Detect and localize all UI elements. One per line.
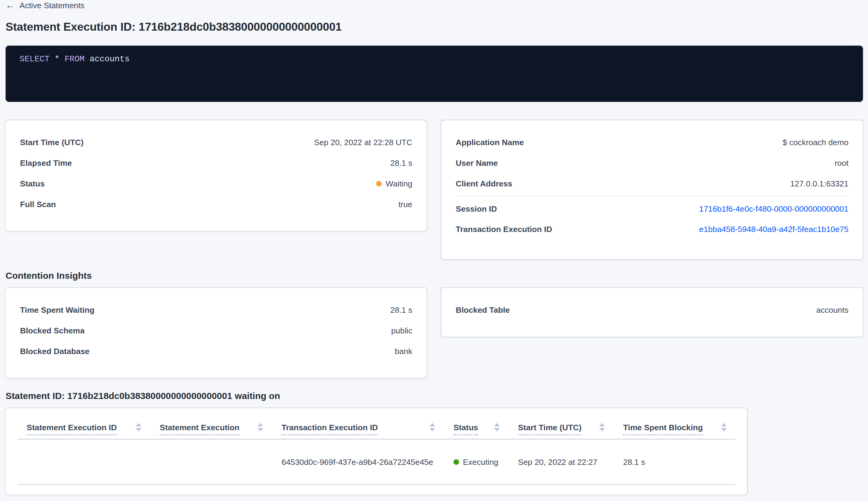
sql-statement-box: SELECT * FROM accounts bbox=[6, 45, 863, 102]
row-value: accounts bbox=[816, 306, 848, 314]
sort-arrows-icon[interactable] bbox=[721, 423, 727, 431]
back-arrow-icon: ← bbox=[6, 1, 14, 10]
contention-insights-heading: Contention Insights bbox=[6, 270, 92, 281]
sql-star: * bbox=[50, 55, 65, 64]
session-details-card: Application Name $ cockroach demo User N… bbox=[441, 120, 863, 259]
column-label: Transaction Execution ID bbox=[282, 423, 378, 431]
column-header-statement-execution[interactable]: Statement Execution bbox=[150, 408, 272, 439]
row-label: Blocked Database bbox=[20, 347, 89, 355]
column-label: Status bbox=[453, 423, 478, 431]
summary-row-client-address: Client Address 127.0.0.1:63321 bbox=[456, 173, 848, 194]
row-label: Blocked Schema bbox=[20, 326, 85, 334]
row-label: Full Scan bbox=[20, 200, 56, 208]
summary-row-blocked-table: Blocked Table accounts bbox=[456, 299, 848, 320]
row-label: Application Name bbox=[456, 138, 524, 147]
status-text: Waiting bbox=[386, 179, 412, 188]
session-id-link[interactable]: 1716b1f6-4e0c-f480-0000-000000000001 bbox=[699, 204, 849, 213]
cell-status: Executing bbox=[444, 439, 509, 484]
row-label: Status bbox=[20, 179, 45, 188]
row-value: 28.1 s bbox=[390, 159, 412, 167]
row-label: Client Address bbox=[456, 179, 512, 188]
blocked-table-card: Blocked Table accounts bbox=[441, 288, 863, 337]
column-header-status[interactable]: Status bbox=[444, 408, 509, 439]
summary-row-application-name: Application Name $ cockroach demo bbox=[456, 132, 848, 152]
summary-row-time-spent-waiting: Time Spent Waiting 28.1 s bbox=[20, 299, 412, 320]
status-text: Executing bbox=[463, 457, 498, 466]
sort-arrows-icon[interactable] bbox=[135, 423, 141, 431]
row-value: $ cockroach demo bbox=[783, 138, 849, 147]
column-header-transaction-execution-id[interactable]: Transaction Execution ID bbox=[272, 408, 444, 439]
back-link-label: Active Statements bbox=[19, 1, 84, 10]
summary-row-blocked-database: Blocked Database bank bbox=[20, 341, 412, 361]
column-header-start-time[interactable]: Start Time (UTC) bbox=[509, 408, 614, 439]
column-label: Statement Execution bbox=[160, 423, 239, 431]
sort-arrows-icon[interactable] bbox=[494, 423, 500, 431]
cell-statement-execution-id bbox=[17, 439, 150, 484]
summary-row-start-time: Start Time (UTC) Sep 20, 2022 at 22:28 U… bbox=[20, 132, 412, 152]
column-header-time-spent-blocking[interactable]: Time Spent Blocking bbox=[614, 408, 736, 439]
summary-row-status: Status Waiting bbox=[20, 173, 412, 194]
back-link-active-statements[interactable]: ← Active Statements bbox=[6, 1, 84, 10]
summary-row-user-name: User Name root bbox=[456, 152, 848, 173]
row-label: Start Time (UTC) bbox=[20, 138, 84, 147]
sort-arrows-icon[interactable] bbox=[430, 423, 435, 431]
summary-row-full-scan: Full Scan true bbox=[20, 194, 412, 214]
transaction-execution-id-link[interactable]: e1bba458-5948-40a9-a42f-5feac1b10e75 bbox=[699, 225, 849, 234]
column-label: Statement Execution ID bbox=[27, 423, 117, 431]
row-label: Blocked Table bbox=[456, 306, 510, 314]
statement-execution-page: ← Active Statements Statement Execution … bbox=[0, 0, 868, 501]
column-header-statement-execution-id[interactable]: Statement Execution ID bbox=[17, 408, 150, 439]
row-label: User Name bbox=[456, 159, 498, 167]
cell-statement-execution bbox=[150, 439, 272, 484]
table-row: 64530d0c-969f-437e-a9b4-26a72245e45e Exe… bbox=[17, 439, 736, 484]
summary-row-blocked-schema: Blocked Schema public bbox=[20, 320, 412, 341]
waiting-on-table: Statement Execution ID Statement Executi… bbox=[17, 408, 736, 485]
row-value: root bbox=[835, 159, 849, 167]
waiting-on-heading: Statement ID: 1716b218dc0b38380000000000… bbox=[6, 391, 280, 402]
row-label: Elapsed Time bbox=[20, 159, 72, 167]
sql-statement: SELECT * FROM accounts bbox=[19, 55, 130, 64]
waiting-on-table-card: Statement Execution ID Statement Executi… bbox=[6, 408, 747, 494]
row-label: Transaction Execution ID bbox=[456, 225, 552, 234]
row-value: 28.1 s bbox=[390, 306, 412, 314]
row-value: public bbox=[391, 326, 412, 334]
summary-row-elapsed-time: Elapsed Time 28.1 s bbox=[20, 152, 412, 173]
summary-row-transaction-execution-id: Transaction Execution ID e1bba458-5948-4… bbox=[456, 218, 848, 239]
row-value: 127.0.0.1:63321 bbox=[790, 179, 849, 188]
cell-time-spent-blocking: 28.1 s bbox=[614, 439, 736, 484]
row-value: bank bbox=[395, 347, 412, 355]
row-label: Time Spent Waiting bbox=[20, 306, 94, 314]
row-value: Sep 20, 2022 at 22:28 UTC bbox=[314, 138, 412, 147]
contention-waiting-card: Time Spent Waiting 28.1 s Blocked Schema… bbox=[6, 288, 427, 378]
sql-table-name: accounts bbox=[85, 55, 130, 64]
summary-row-session-id: Session ID 1716b1f6-4e0c-f480-0000-00000… bbox=[456, 198, 848, 219]
row-label: Session ID bbox=[456, 204, 497, 213]
page-title: Statement Execution ID: 1716b218dc0b3838… bbox=[6, 20, 342, 33]
column-label: Time Spent Blocking bbox=[623, 423, 703, 431]
row-value: true bbox=[399, 200, 412, 208]
sql-keyword-select: SELECT bbox=[19, 55, 50, 64]
cell-transaction-execution-id: 64530d0c-969f-437e-a9b4-26a72245e45e bbox=[272, 439, 444, 484]
status-value: Waiting bbox=[376, 179, 412, 188]
sql-keyword-from: FROM bbox=[65, 55, 85, 64]
card-divider bbox=[456, 196, 848, 196]
execution-overview-card: Start Time (UTC) Sep 20, 2022 at 22:28 U… bbox=[6, 120, 427, 231]
status-waiting-dot-icon bbox=[376, 181, 382, 186]
table-header-row: Statement Execution ID Statement Executi… bbox=[17, 408, 736, 439]
sort-arrows-icon[interactable] bbox=[599, 423, 605, 431]
status-executing-dot-icon bbox=[453, 459, 459, 465]
cell-start-time: Sep 20, 2022 at 22:27 bbox=[509, 439, 614, 484]
column-label: Start Time (UTC) bbox=[518, 423, 582, 431]
sort-arrows-icon[interactable] bbox=[258, 423, 263, 431]
